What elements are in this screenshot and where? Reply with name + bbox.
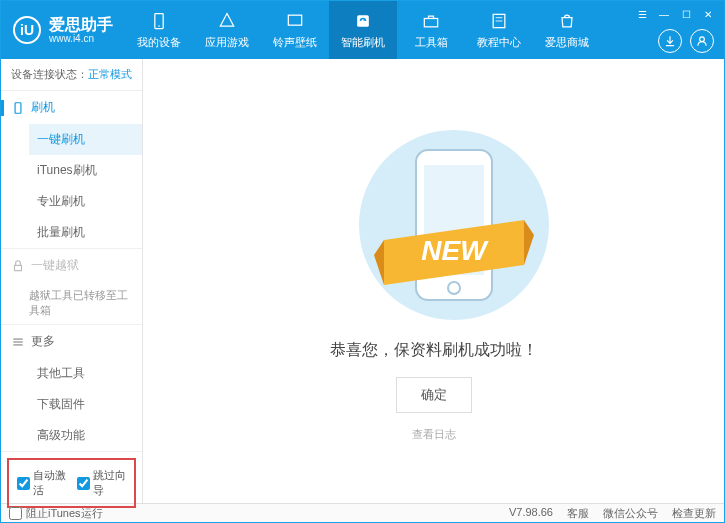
block-itunes-checkbox[interactable]: 阻止iTunes运行 bbox=[9, 506, 103, 521]
ok-button[interactable]: 确定 bbox=[396, 377, 472, 413]
main-content: NEW 恭喜您，保资料刷机成功啦！ 确定 查看日志 bbox=[143, 59, 724, 503]
wallpaper-icon bbox=[285, 11, 305, 31]
nav-ringtones[interactable]: 铃声壁纸 bbox=[261, 1, 329, 59]
nav-label: 我的设备 bbox=[137, 35, 181, 50]
maximize-icon[interactable]: ☐ bbox=[678, 7, 694, 21]
sidebar-item-advanced[interactable]: 高级功能 bbox=[29, 420, 142, 451]
nav-label: 应用游戏 bbox=[205, 35, 249, 50]
sidebar: 设备连接状态：正常模式 刷机 一键刷机 iTunes刷机 专业刷机 批量刷机 一… bbox=[1, 59, 143, 503]
nav-label: 教程中心 bbox=[477, 35, 521, 50]
book-icon bbox=[489, 11, 509, 31]
logo: iU 爱思助手 www.i4.cn bbox=[1, 16, 125, 45]
menu-icon[interactable]: ☰ bbox=[634, 7, 650, 21]
phone-icon bbox=[149, 11, 169, 31]
nav-label: 爱思商城 bbox=[545, 35, 589, 50]
sidebar-item-pro-flash[interactable]: 专业刷机 bbox=[29, 186, 142, 217]
phone-icon bbox=[11, 101, 25, 115]
app-header: iU 爱思助手 www.i4.cn 我的设备 应用游戏 铃声壁纸 智能刷机 工具… bbox=[1, 1, 724, 59]
flash-icon bbox=[353, 11, 373, 31]
sidebar-item-other-tools[interactable]: 其他工具 bbox=[29, 358, 142, 389]
logo-icon: iU bbox=[13, 16, 41, 44]
sidebar-item-oneclick-flash[interactable]: 一键刷机 bbox=[29, 124, 142, 155]
view-log-link[interactable]: 查看日志 bbox=[412, 427, 456, 442]
nav-label: 智能刷机 bbox=[341, 35, 385, 50]
nav-tutorials[interactable]: 教程中心 bbox=[465, 1, 533, 59]
sidebar-more-header[interactable]: 更多 bbox=[1, 325, 142, 358]
lock-icon bbox=[11, 259, 25, 273]
svg-point-1 bbox=[158, 25, 160, 27]
connection-status: 设备连接状态：正常模式 bbox=[1, 59, 142, 91]
nav-flash[interactable]: 智能刷机 bbox=[329, 1, 397, 59]
nav-toolbox[interactable]: 工具箱 bbox=[397, 1, 465, 59]
options-box: 自动激活 跳过向导 bbox=[7, 458, 136, 508]
nav-store[interactable]: 爱思商城 bbox=[533, 1, 601, 59]
jailbreak-note: 越狱工具已转移至工具箱 bbox=[1, 282, 142, 324]
sidebar-jailbreak-header[interactable]: 一键越狱 bbox=[1, 249, 142, 282]
svg-rect-9 bbox=[15, 102, 21, 113]
app-title: 爱思助手 bbox=[49, 16, 113, 34]
customer-service-link[interactable]: 客服 bbox=[567, 506, 589, 521]
success-message: 恭喜您，保资料刷机成功啦！ bbox=[330, 340, 538, 361]
svg-rect-2 bbox=[288, 15, 301, 25]
check-update-link[interactable]: 检查更新 bbox=[672, 506, 716, 521]
auto-activate-checkbox[interactable]: 自动激活 bbox=[17, 468, 67, 498]
nav-my-device[interactable]: 我的设备 bbox=[125, 1, 193, 59]
sidebar-item-download-firmware[interactable]: 下载固件 bbox=[29, 389, 142, 420]
connection-value: 正常模式 bbox=[88, 68, 132, 80]
close-icon[interactable]: ✕ bbox=[700, 7, 716, 21]
svg-point-8 bbox=[700, 37, 705, 42]
sidebar-item-itunes-flash[interactable]: iTunes刷机 bbox=[29, 155, 142, 186]
apps-icon bbox=[217, 11, 237, 31]
sidebar-item-batch-flash[interactable]: 批量刷机 bbox=[29, 217, 142, 248]
window-controls: ☰ — ☐ ✕ bbox=[634, 7, 716, 21]
svg-rect-3 bbox=[357, 15, 369, 27]
sidebar-flash-header[interactable]: 刷机 bbox=[1, 91, 142, 124]
user-button[interactable] bbox=[690, 29, 714, 53]
list-icon bbox=[11, 335, 25, 349]
store-icon bbox=[557, 11, 577, 31]
nav-apps[interactable]: 应用游戏 bbox=[193, 1, 261, 59]
download-button[interactable] bbox=[658, 29, 682, 53]
nav-label: 铃声壁纸 bbox=[273, 35, 317, 50]
app-url: www.i4.cn bbox=[49, 33, 113, 44]
success-illustration: NEW bbox=[354, 120, 514, 320]
svg-rect-4 bbox=[424, 18, 437, 26]
user-icon bbox=[695, 34, 709, 48]
wechat-link[interactable]: 微信公众号 bbox=[603, 506, 658, 521]
svg-rect-10 bbox=[15, 265, 22, 270]
new-label: NEW bbox=[421, 235, 489, 266]
nav-label: 工具箱 bbox=[415, 35, 448, 50]
skip-guide-checkbox[interactable]: 跳过向导 bbox=[77, 468, 127, 498]
toolbox-icon bbox=[421, 11, 441, 31]
version-label: V7.98.66 bbox=[509, 506, 553, 521]
minimize-icon[interactable]: — bbox=[656, 7, 672, 21]
download-icon bbox=[663, 34, 677, 48]
